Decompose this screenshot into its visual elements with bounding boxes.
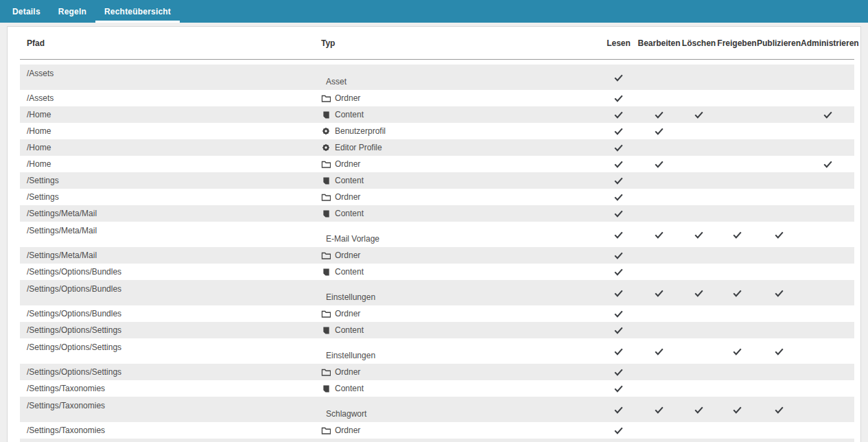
check-icon — [614, 369, 623, 376]
row-type: Editor Profile — [321, 143, 600, 152]
row-path: /Settings/Options/Bundles — [20, 280, 321, 294]
check-icon — [655, 128, 664, 135]
perm-cell-publizieren — [757, 288, 801, 298]
check-icon — [694, 406, 703, 414]
row-type-label: E-Mail Vorlage — [326, 234, 379, 244]
row-type-label: Ordner — [335, 309, 360, 318]
table-row: /Settings/Options/SettingsEinstellungen — [20, 338, 854, 364]
folder-icon — [321, 367, 331, 377]
perm-cell-loeschen — [681, 405, 717, 415]
check-icon — [614, 161, 623, 168]
perm-cell-publizieren — [757, 230, 801, 240]
check-icon — [655, 111, 664, 119]
perm-cell-bearbeiten — [637, 230, 681, 240]
row-path: /Settings/Options/Settings — [20, 338, 321, 352]
perm-cell-lesen — [600, 347, 637, 356]
row-type-label: Benutzerprofil — [335, 126, 386, 136]
table-row: /HomeContent — [20, 106, 854, 123]
perm-cell-lesen — [600, 209, 637, 218]
column-header-loeschen: Löschen — [681, 38, 717, 48]
row-type-label: Content — [335, 267, 364, 277]
check-icon — [614, 177, 623, 185]
table-row: /SettingsContent — [20, 172, 854, 189]
check-icon — [614, 427, 623, 434]
perm-cell-lesen — [600, 267, 637, 277]
folder-icon — [321, 426, 331, 435]
row-type-label: Content — [335, 384, 364, 393]
row-path: /Settings/Taxonomies — [20, 397, 321, 410]
row-path: /Settings — [20, 192, 321, 202]
row-path: /Home — [20, 110, 321, 119]
check-icon — [655, 161, 664, 168]
row-type-label: Content — [335, 209, 364, 218]
row-type: Content — [321, 325, 600, 335]
column-header-typ: Typ — [321, 38, 600, 48]
perm-cell-lesen — [600, 309, 637, 318]
check-icon — [614, 194, 623, 201]
tab-rechteuebersicht[interactable]: Rechteübersicht — [95, 0, 180, 23]
tab-details[interactable]: Details — [3, 0, 49, 23]
tab-bar: DetailsRegelnRechteübersicht — [0, 0, 868, 23]
row-type-label: Ordner — [335, 192, 360, 202]
perm-cell-lesen — [600, 251, 637, 260]
folder-icon — [321, 159, 331, 169]
perm-cell-publizieren — [757, 405, 801, 415]
check-icon — [694, 111, 703, 119]
perm-cell-administrieren — [801, 159, 854, 169]
row-path: /Settings/Taxonomies — [20, 384, 321, 393]
check-icon — [655, 231, 664, 239]
row-type-label: Schlagwort — [326, 409, 366, 419]
row-type: Benutzerprofil — [321, 126, 600, 136]
content-icon — [321, 110, 331, 119]
permissions-table-card: Pfad Typ LesenBearbeitenLöschenFreigeben… — [7, 26, 861, 442]
perm-cell-freigeben — [717, 405, 757, 415]
folder-icon — [321, 251, 331, 260]
check-icon — [775, 406, 784, 414]
perm-cell-lesen — [600, 143, 637, 152]
check-icon — [694, 290, 703, 297]
table-row: /Settings/Options/BundlesEinstellungen — [20, 280, 854, 305]
row-type: Ordner — [321, 309, 600, 318]
table-row: /Settings/Meta/MailContent — [20, 205, 854, 222]
perm-cell-lesen — [600, 73, 637, 82]
tab-regeln[interactable]: Regeln — [49, 0, 95, 23]
folder-icon — [321, 93, 331, 103]
row-type: Einstellungen — [321, 292, 600, 305]
check-icon — [614, 406, 623, 414]
row-type: Schlagwort — [321, 409, 600, 422]
next-row-partial — [20, 439, 854, 442]
perm-cell-loeschen — [681, 288, 717, 298]
perm-cell-loeschen — [681, 110, 717, 119]
row-type: Einstellungen — [321, 351, 600, 364]
perm-cell-lesen — [600, 159, 637, 169]
row-type-label: Einstellungen — [326, 351, 375, 360]
row-path: /Settings/Taxonomies — [20, 426, 321, 435]
table-body: /AssetsAsset/AssetsOrdner/HomeContent/Ho… — [20, 65, 854, 442]
table-row: /Settings/Meta/MailE-Mail Vorlage — [20, 222, 854, 247]
perm-cell-lesen — [600, 126, 637, 136]
row-type-label: Content — [335, 176, 364, 185]
perm-cell-bearbeiten — [637, 288, 681, 298]
check-icon — [655, 348, 664, 356]
perm-cell-lesen — [600, 325, 637, 335]
perm-cell-loeschen — [681, 230, 717, 240]
table-row: /Settings/TaxonomiesSchlagwort — [20, 397, 854, 422]
row-type-label: Editor Profile — [335, 143, 382, 152]
perm-cell-bearbeiten — [637, 347, 681, 356]
perm-cell-bearbeiten — [637, 110, 681, 119]
perm-cell-freigeben — [717, 347, 757, 356]
table-row: /Settings/Meta/MailOrdner — [20, 247, 854, 264]
content-icon — [321, 176, 331, 185]
check-icon — [614, 327, 623, 334]
content-icon — [321, 267, 331, 277]
table-row: /HomeOrdner — [20, 156, 854, 172]
row-path: /Settings — [20, 176, 321, 185]
check-icon — [733, 231, 742, 239]
row-path: /Settings/Options/Bundles — [20, 267, 321, 277]
row-type: Ordner — [321, 426, 600, 435]
row-type-label: Ordner — [335, 93, 360, 103]
check-icon — [614, 74, 623, 82]
row-path: /Assets — [20, 65, 321, 78]
table-row: /Settings/Options/BundlesOrdner — [20, 305, 854, 322]
row-type: Ordner — [321, 192, 600, 202]
